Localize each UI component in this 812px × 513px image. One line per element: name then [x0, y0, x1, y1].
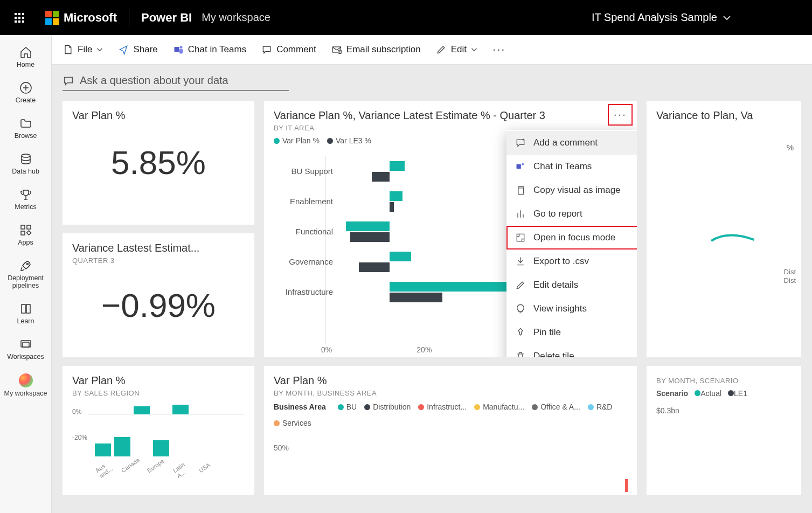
nav-datahub[interactable]: Data hub	[0, 148, 51, 182]
more-options-button[interactable]: ···	[492, 43, 505, 57]
chat-teams-button[interactable]: Chat in Teams	[173, 44, 246, 55]
nav-browse[interactable]: Browse	[0, 113, 51, 146]
tile-var-plan-month-biz[interactable]: Var Plan % BY MONTH, BUSINESS AREA Busin…	[264, 366, 637, 495]
menu-label: Edit details	[533, 280, 578, 290]
tile-subtitle: QUARTER 3	[72, 256, 245, 265]
svg-rect-2	[22, 13, 24, 15]
menu-view-insights[interactable]: View insights	[506, 297, 637, 321]
toolbar-label: File	[78, 44, 92, 55]
menu-label: Copy visual as image	[533, 185, 621, 196]
workspace-avatar-icon	[19, 373, 33, 387]
export-icon	[515, 256, 526, 267]
menu-edit-details[interactable]: Edit details	[506, 273, 637, 297]
workspaces-icon	[19, 338, 32, 351]
tile-more-options-button[interactable]: ···	[608, 104, 633, 126]
nav-metrics[interactable]: Metrics	[0, 184, 51, 217]
category-label: BU Support	[274, 167, 333, 176]
file-menu[interactable]: File	[63, 44, 103, 55]
nav-label: Apps	[18, 239, 33, 246]
tile-var-plan-sales-region[interactable]: Var Plan % BY SALES REGION 0% -20%	[63, 366, 254, 495]
svg-rect-23	[518, 188, 524, 195]
nav-workspaces[interactable]: Workspaces	[0, 334, 51, 367]
tile-title: Var Plan %	[72, 375, 245, 387]
tile-variance-to-plan[interactable]: Variance to Plan, Va % Dist Dist	[647, 101, 801, 357]
tile-context-menu: Add a comment Chat in Teams Copy visual …	[506, 130, 637, 357]
tile-by-month-scenario[interactable]: BY MONTH, SCENARIO Scenario Actual LE1 $…	[647, 366, 801, 495]
svg-rect-16	[23, 342, 29, 347]
nav-pipelines[interactable]: Deployment pipelines	[0, 255, 51, 296]
edit-button[interactable]: Edit	[436, 44, 477, 55]
tile-title: Var Plan %	[72, 109, 245, 122]
action-toolbar: File Share Chat in Teams Comment Email s…	[52, 35, 812, 65]
menu-pin-tile[interactable]: Pin tile	[506, 321, 637, 344]
svg-rect-8	[22, 20, 24, 23]
menu-label: Pin tile	[533, 327, 561, 338]
comment-icon	[63, 75, 74, 87]
menu-delete-tile[interactable]: Delete tile	[506, 344, 637, 357]
share-button[interactable]: Share	[118, 44, 157, 55]
line-fragment	[647, 225, 754, 257]
workspace-breadcrumb[interactable]: My workspace	[202, 11, 270, 24]
svg-rect-7	[18, 20, 20, 23]
menu-chat-teams[interactable]: Chat in Teams	[506, 155, 637, 178]
nav-learn[interactable]: Learn	[0, 298, 51, 331]
menu-export-csv[interactable]: Export to .csv	[506, 249, 637, 273]
rocket-icon	[19, 259, 32, 272]
kpi-value: 5.85%	[72, 143, 245, 182]
nav-create[interactable]: Create	[0, 77, 51, 110]
menu-label: Open in focus mode	[533, 232, 615, 243]
nav-label: Browse	[15, 132, 37, 140]
report-dropdown[interactable]: IT Spend Analysis Sample	[592, 11, 731, 24]
menu-goto-report[interactable]: Go to report	[506, 202, 637, 226]
chevron-down-icon	[723, 13, 731, 22]
comment-button[interactable]: Comment	[261, 44, 316, 55]
pencil-icon	[515, 280, 526, 290]
toolbar-label: Comment	[276, 44, 316, 55]
comment-add-icon	[515, 137, 526, 148]
menu-label: View insights	[533, 303, 587, 314]
menu-label: Go to report	[533, 209, 582, 219]
menu-label: Delete tile	[533, 351, 574, 357]
report-name-label: IT Spend Analysis Sample	[592, 11, 717, 24]
menu-copy-visual[interactable]: Copy visual as image	[506, 178, 637, 202]
trophy-icon	[19, 188, 32, 201]
nav-label: Workspaces	[7, 353, 44, 361]
nav-home[interactable]: Home	[0, 41, 51, 75]
qna-placeholder: Ask a question about your data	[80, 74, 228, 87]
tile-subtitle: BY SALES REGION	[72, 389, 245, 397]
nav-label: Metrics	[15, 203, 36, 211]
top-bar: Microsoft Power BI My workspace IT Spend…	[0, 0, 812, 35]
email-sub-button[interactable]: Email subscription	[331, 44, 421, 55]
nav-apps[interactable]: Apps	[0, 219, 51, 253]
chart-legend: Scenario Actual LE1	[656, 389, 792, 398]
microsoft-logo-icon	[45, 11, 59, 25]
focus-icon	[515, 232, 526, 243]
qna-input[interactable]: Ask a question about your data	[63, 72, 289, 91]
teams-icon	[173, 44, 184, 55]
svg-rect-21	[517, 164, 521, 169]
company-label: Microsoft	[64, 11, 117, 25]
nav-my-workspace[interactable]: My workspace	[0, 369, 51, 404]
teams-icon	[515, 161, 526, 172]
tile-subtitle: BY MONTH, BUSINESS AREA	[274, 389, 627, 397]
tile-var-le-pct[interactable]: Variance Lastest Estimat... QUARTER 3 −0…	[63, 233, 254, 357]
svg-rect-1	[18, 13, 20, 15]
tile-var-plan-pct[interactable]: Var Plan % 5.85%	[63, 101, 254, 225]
home-icon	[19, 46, 32, 59]
product-label[interactable]: Power BI	[141, 11, 192, 25]
plus-circle-icon	[19, 81, 32, 94]
app-launcher-icon[interactable]	[10, 8, 29, 27]
y-axis-label: $0.3bn	[656, 406, 792, 415]
mini-bar-chart	[82, 408, 245, 456]
menu-add-comment[interactable]: Add a comment	[506, 131, 637, 155]
tile-variance-by-it-area[interactable]: Variance Plan %, Variance Latest Estimat…	[264, 101, 637, 357]
menu-open-focus-mode[interactable]: Open in focus mode	[506, 226, 637, 249]
svg-rect-24	[517, 234, 524, 241]
book-icon	[19, 302, 32, 315]
comment-icon	[261, 44, 272, 55]
share-icon	[118, 44, 129, 55]
bar-fragment	[625, 479, 628, 492]
svg-rect-0	[15, 13, 17, 15]
svg-rect-5	[22, 17, 24, 19]
tile-title: Variance to Plan, Va	[656, 109, 792, 122]
